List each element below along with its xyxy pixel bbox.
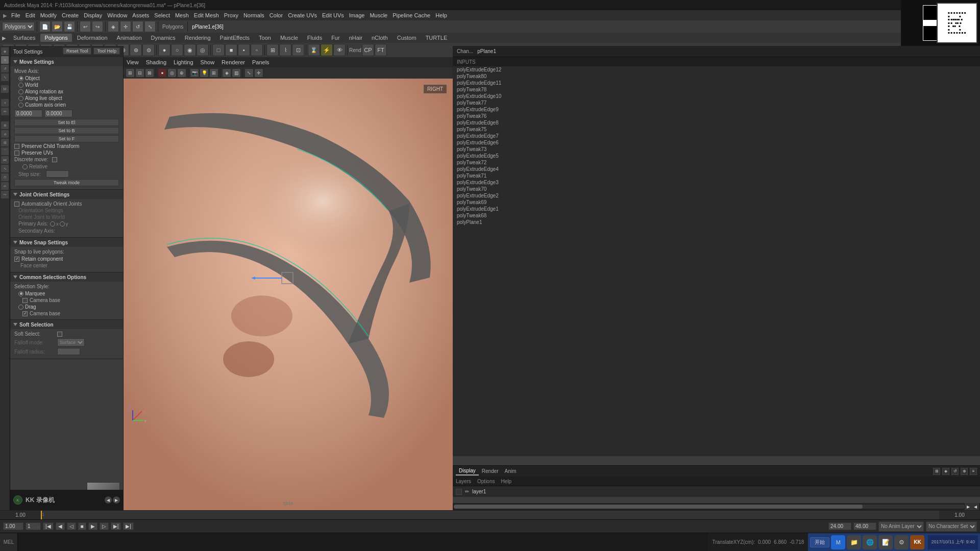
new-scene-btn[interactable]: 📄 [39, 21, 51, 32]
end-frame-input1[interactable] [828, 522, 851, 530]
menu-window[interactable]: Window [107, 12, 127, 18]
menu-display[interactable]: Display [84, 12, 102, 18]
vp-icon-4[interactable]: ◎ [167, 68, 177, 78]
tool-help-btn[interactable]: Tool Help [93, 47, 120, 55]
vp-shading-icon[interactable]: ▥ [232, 68, 241, 78]
mel-label[interactable]: MEL [0, 533, 18, 552]
tweak-mode-btn[interactable]: Tweak mode [14, 179, 119, 186]
icon-btn-17[interactable]: □ [212, 44, 225, 56]
tab-dynamics[interactable]: Dynamics [147, 34, 180, 42]
common-selection-header[interactable]: Common Selection Options [10, 272, 123, 282]
radio-marquee-dot[interactable] [18, 291, 23, 296]
tab-display[interactable]: Display [456, 467, 479, 475]
start-frame-input[interactable] [3, 522, 23, 530]
sculpt-icon[interactable]: ⌀ [1, 130, 9, 138]
primary-x[interactable] [50, 221, 55, 227]
outliner-item-9[interactable]: polyTweak75 [453, 126, 980, 133]
radio-along-rotation-dot[interactable] [18, 89, 23, 94]
outliner-item-4[interactable]: polyExtrudeEdge10 [453, 93, 980, 99]
icon-btn-19[interactable]: ▪ [238, 44, 250, 56]
scale-tool-icon[interactable]: ⤡ [1, 73, 9, 81]
submenu-help[interactable]: Help [501, 479, 511, 484]
radio-object[interactable]: Object [18, 76, 119, 81]
retain-checkbox[interactable] [14, 257, 19, 262]
vp-menu-show[interactable]: Show [201, 59, 215, 65]
vp-icon-2[interactable]: ⊟ [135, 68, 144, 78]
icon-btn-11[interactable]: ⊛ [130, 44, 142, 56]
radio-object-dot[interactable] [18, 76, 23, 81]
tab-anim[interactable]: Anim [502, 467, 520, 475]
radio-along-rotation[interactable]: Along rotation ax [18, 89, 119, 94]
menu-assets[interactable]: Assets [132, 12, 149, 18]
save-scene-btn[interactable]: 💾 [64, 21, 75, 32]
radio-custom-axis-dot[interactable] [18, 103, 23, 108]
flare-icon[interactable]: ⋈ [1, 156, 9, 164]
outliner-item-21[interactable]: polyExtrudeEdge1 [453, 206, 980, 212]
auto-orient-checkbox[interactable] [14, 202, 19, 207]
mel-input[interactable] [18, 533, 708, 551]
menu-pipeline[interactable]: Pipeline Cache [393, 12, 430, 18]
soft-select-checkbox[interactable] [57, 332, 62, 337]
icon-btn-13[interactable]: ● [158, 44, 170, 56]
set-to-f-btn[interactable]: Set to F [14, 135, 119, 142]
go-end-btn[interactable]: ▶| [123, 522, 134, 530]
icon-btn-14[interactable]: ○ [171, 44, 183, 56]
select-btn[interactable]: ◈ [108, 21, 119, 32]
tab-render[interactable]: Render [479, 467, 502, 475]
ft-btn[interactable]: FT [375, 44, 387, 56]
tab-painteffects[interactable]: PaintEffects [216, 34, 254, 42]
radio-custom-axis[interactable]: Custom axis orien [18, 102, 119, 108]
vp-menu-panels[interactable]: Panels [252, 59, 270, 65]
attr-icon-4[interactable]: ⊕ [961, 468, 968, 475]
tab-rendering[interactable]: Rendering [181, 34, 215, 42]
falloff-radius-input[interactable] [57, 348, 80, 355]
anim-layer-select[interactable]: No Anim Layer [878, 521, 924, 532]
tab-fluids[interactable]: Fluids [303, 34, 326, 42]
outliner-item-15[interactable]: polyExtrudeEdge4 [453, 166, 980, 172]
taskbar-item4[interactable]: 📝 [878, 535, 893, 549]
tab-toon[interactable]: Toon [255, 34, 275, 42]
tab-turtle[interactable]: TURTLE [422, 34, 452, 42]
camera-base1-checkbox[interactable] [22, 298, 28, 303]
lattice-icon[interactable]: ⊞ [1, 139, 9, 146]
outliner-item-6[interactable]: polyExtrudeEdge9 [453, 106, 980, 113]
rotate-tool-icon[interactable]: ↺ [1, 65, 9, 72]
char-set-select[interactable]: No Character Set [926, 521, 977, 532]
camera-base2-checkbox[interactable] [22, 311, 28, 316]
soft-selection-header[interactable]: Soft Selection [10, 320, 123, 329]
outliner-item-14[interactable]: polyTweak72 [453, 159, 980, 166]
move-settings-header[interactable]: Move Settings [10, 57, 123, 66]
scale-btn[interactable]: ⤡ [144, 21, 156, 32]
falloff-mode-select[interactable]: Surface [57, 338, 85, 346]
next-key-btn[interactable]: ▷ [100, 522, 109, 530]
radio-drag-dot[interactable] [18, 305, 23, 310]
submenu-layers[interactable]: Layers [456, 479, 471, 484]
radio-marquee[interactable]: Marquee [18, 291, 119, 296]
current-frame-input[interactable] [26, 522, 41, 530]
vp-move-icon[interactable]: ✛ [254, 68, 263, 78]
outliner-item-1[interactable]: polyTweak80 [453, 73, 980, 80]
menu-help[interactable]: Help [435, 12, 447, 18]
y-value-input[interactable] [44, 110, 72, 117]
menu-edit[interactable]: Edit [26, 12, 35, 18]
bend-icon[interactable]: ⌒ [1, 147, 9, 155]
right-scrollbar-thumb[interactable] [454, 505, 863, 509]
polygon-dropdown[interactable]: Polygons [2, 22, 35, 31]
radio-along-live[interactable]: Along live object [18, 95, 119, 101]
undo-btn[interactable]: ↩ [80, 21, 91, 32]
outliner-item-22[interactable]: polyTweak68 [453, 212, 980, 219]
stop-btn[interactable]: ■ [78, 522, 86, 530]
select-tool-icon[interactable]: ◈ [1, 47, 9, 55]
attr-icon-2[interactable]: ◈ [942, 468, 949, 475]
ipr-btn[interactable]: 👁 [333, 44, 346, 56]
outliner-item-5[interactable]: polyTweak77 [453, 99, 980, 106]
outliner-item-7[interactable]: polyTweak76 [453, 113, 980, 119]
squash-icon[interactable]: ⊓ [1, 173, 9, 181]
tab-custom[interactable]: Custom [393, 34, 421, 42]
menu-color[interactable]: Color [270, 12, 283, 18]
menu-create[interactable]: Create [62, 12, 79, 18]
move-btn[interactable]: ✛ [120, 21, 131, 32]
right-scrollbar[interactable]: ▶ ◀ [453, 503, 980, 510]
radio-relative[interactable]: Relative [22, 164, 119, 169]
kk-next-btn[interactable]: ▶ [113, 496, 120, 504]
